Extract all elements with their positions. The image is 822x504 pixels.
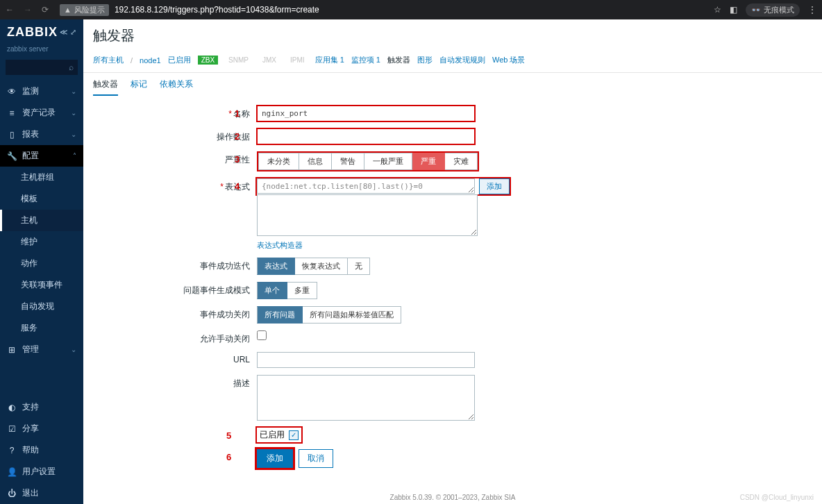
severity-group: 未分类 信息 警告 一般严重 严重 灾难 (257, 151, 479, 171)
search-icon[interactable]: ⌕ (69, 62, 74, 72)
badge-snmp: SNMP (225, 56, 252, 65)
browser-toolbar: ← → ⟳ ▲ 风险提示 192.168.8.129/triggers.php?… (0, 0, 822, 19)
ok-event-recovery[interactable]: 恢复表达式 (295, 258, 348, 275)
sub-discovery[interactable]: 自动发现 (0, 296, 83, 317)
input-opdata[interactable] (257, 128, 475, 144)
nav-usersettings[interactable]: 👤用户设置 (0, 461, 83, 482)
problem-mode-single[interactable]: 单个 (257, 282, 287, 299)
expression-constructor-link[interactable]: 表达式构造器 (257, 240, 303, 251)
input-url[interactable] (257, 352, 475, 368)
nav-share[interactable]: ☑分享 (0, 418, 83, 439)
hint-3: 3 (235, 154, 240, 165)
back-icon[interactable]: ← (6, 5, 14, 15)
cancel-button[interactable]: 取消 (299, 449, 333, 468)
manual-close-checkbox[interactable] (257, 330, 267, 340)
menu-icon[interactable]: ⋮ (808, 5, 816, 15)
tab-trigger[interactable]: 触发器 (93, 78, 118, 96)
ok-close-tag[interactable]: 所有问题如果标签值匹配 (303, 306, 401, 324)
nav-admin[interactable]: ⊞管理⌄ (0, 339, 83, 360)
ok-event-expr[interactable]: 表达式 (257, 258, 295, 275)
sub-hosts[interactable]: 主机 (0, 210, 83, 231)
sev-disaster[interactable]: 灾难 (445, 153, 478, 170)
crumb-allhosts[interactable]: 所有主机 (93, 55, 124, 65)
sub-templates[interactable]: 模板 (0, 188, 83, 210)
sidebar: ZABBIX ≪ ⤢ zabbix server ⌕ 👁监测⌄ ≡资产记录⌄ ▯… (0, 19, 83, 504)
security-warning[interactable]: ▲ 风险提示 (60, 4, 109, 16)
ok-event-none[interactable]: 无 (348, 258, 370, 275)
label-description: 描述 (233, 378, 250, 388)
url-text[interactable]: 192.168.8.129/triggers.php?hostid=10438&… (115, 5, 319, 15)
crumb-web[interactable]: Web 场景 (492, 55, 525, 65)
breadcrumb: 所有主机/ node1 已启用 ZBX SNMP JMX IPMI 应用集 1 … (83, 51, 822, 73)
hint-4: 4 (235, 181, 240, 192)
problem-mode-multiple[interactable]: 多重 (287, 282, 317, 299)
problem-mode-group: 单个 多重 (257, 282, 317, 299)
nav-support[interactable]: ◐支持 (0, 396, 83, 418)
label-ok-close: 事件成功关闭 (200, 310, 250, 319)
sev-unclassified[interactable]: 未分类 (258, 153, 299, 170)
input-expression[interactable]: {node1:net.tcp.listen[80].last()}=0 (257, 178, 475, 194)
crumb-node[interactable]: node1 (140, 56, 161, 65)
collapse-icon[interactable]: ≪ ⤢ (60, 28, 76, 37)
incognito-badge[interactable]: 👓 无痕模式 (746, 3, 800, 17)
add-button[interactable]: 添加 (257, 449, 293, 468)
sidebar-search[interactable]: ⌕ (6, 60, 78, 75)
nav-monitor[interactable]: 👁监测⌄ (0, 81, 83, 102)
tabs: 触发器 标记 依赖关系 (83, 73, 822, 96)
nav-config[interactable]: 🔧配置˄ (0, 145, 83, 167)
input-name[interactable] (257, 106, 475, 121)
crumb-graphs[interactable]: 图形 (417, 55, 433, 65)
zabbix-logo[interactable]: ZABBIX (7, 25, 58, 40)
reload-icon[interactable]: ⟳ (42, 5, 49, 15)
ok-event-group: 表达式 恢复表达式 无 (257, 258, 370, 275)
sub-hostgroups[interactable]: 主机群组 (0, 167, 83, 188)
crumb-discovery[interactable]: 自动发现规则 (439, 55, 485, 65)
badge-jmx: JMX (259, 56, 280, 65)
expression-area[interactable] (257, 194, 478, 236)
ok-close-all[interactable]: 所有问题 (257, 306, 303, 324)
hint-6: 6 (226, 452, 231, 462)
tab-tags[interactable]: 标记 (131, 78, 147, 96)
main-content: 触发器 所有主机/ node1 已启用 ZBX SNMP JMX IPMI 应用… (83, 19, 822, 504)
crumb-triggers: 触发器 (387, 55, 410, 65)
label-ok-event: 事件成功迭代 (200, 261, 250, 271)
page-title: 触发器 (83, 19, 822, 51)
sev-average[interactable]: 一般严重 (364, 153, 412, 170)
tab-deps[interactable]: 依赖关系 (160, 78, 193, 96)
label-opdata: 操作数据 (217, 132, 250, 142)
forward-icon[interactable]: → (24, 5, 32, 15)
panel-icon[interactable]: ◧ (730, 5, 737, 15)
server-name: zabbix server (0, 45, 83, 57)
label-manual-close: 允许手动关闭 (200, 334, 250, 344)
label-problem-mode: 问题事件生成模式 (183, 285, 250, 295)
crumb-apps[interactable]: 应用集 1 (315, 55, 344, 65)
sev-warning[interactable]: 警告 (332, 153, 364, 170)
sev-high[interactable]: 严重 (412, 153, 445, 170)
input-description[interactable] (257, 375, 475, 421)
nav-help[interactable]: ?帮助 (0, 439, 83, 461)
hint-2: 2 (235, 131, 240, 142)
footer-text: Zabbix 5.0.39. © 2001–2023, Zabbix SIA (83, 494, 822, 501)
sub-correlation[interactable]: 关联项事件 (0, 274, 83, 296)
sub-actions[interactable]: 动作 (0, 253, 83, 274)
hint-1: 1 (235, 108, 240, 119)
search-input[interactable] (6, 60, 78, 75)
label-enabled: 已启用 (260, 429, 285, 441)
crumb-items[interactable]: 监控项 1 (351, 55, 380, 65)
nav-inventory[interactable]: ≡资产记录⌄ (0, 102, 83, 124)
enabled-checkbox[interactable]: ✓ (289, 430, 299, 440)
sub-maintenance[interactable]: 维护 (0, 231, 83, 253)
add-expression-button[interactable]: 添加 (479, 178, 510, 194)
nav-reports[interactable]: ▯报表⌄ (0, 124, 83, 145)
star-icon[interactable]: ☆ (714, 5, 721, 15)
badge-zbx: ZBX (198, 56, 218, 65)
sub-services[interactable]: 服务 (0, 317, 83, 339)
ok-close-group: 所有问题 所有问题如果标签值匹配 (257, 306, 401, 324)
nav-logout[interactable]: ⏻退出 (0, 482, 83, 504)
sev-info[interactable]: 信息 (299, 153, 332, 170)
crumb-enabled[interactable]: 已启用 (168, 55, 191, 65)
trigger-form: *名称 1 操作数据 2 严重性 3 未分 (118, 96, 604, 485)
enabled-wrap[interactable]: 已启用 ✓ (257, 428, 301, 442)
watermark: CSDN @Cloud_linyunxi (740, 494, 814, 501)
hint-5: 5 (226, 430, 231, 441)
